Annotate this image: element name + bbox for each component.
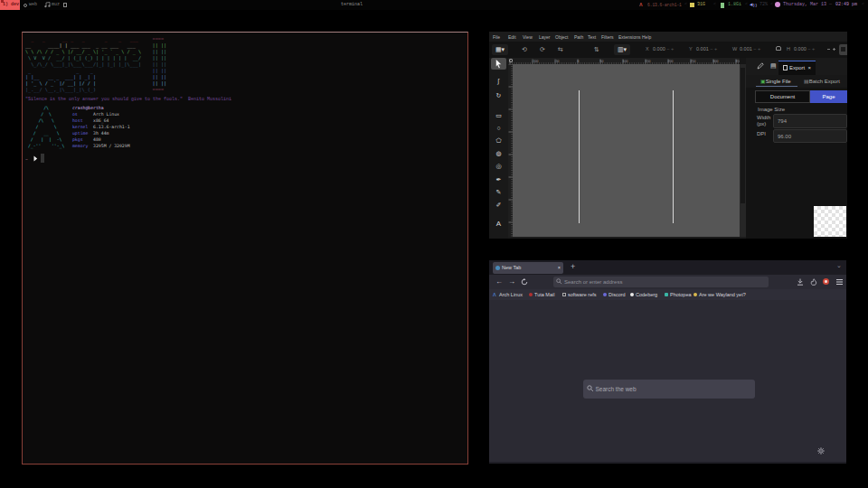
svg-text:250: 250: [691, 60, 696, 63]
svg-text:0: 0: [578, 60, 580, 63]
svg-text:50: 50: [600, 60, 604, 63]
svg-text:100: 100: [623, 60, 628, 63]
svg-text:300: 300: [713, 60, 719, 63]
svg-text:200: 200: [668, 60, 674, 63]
svg-text:-100: -100: [533, 60, 539, 63]
svg-text:-50: -50: [555, 60, 560, 63]
svg-text:150: 150: [646, 60, 651, 63]
svg-text:350: 350: [736, 60, 741, 63]
